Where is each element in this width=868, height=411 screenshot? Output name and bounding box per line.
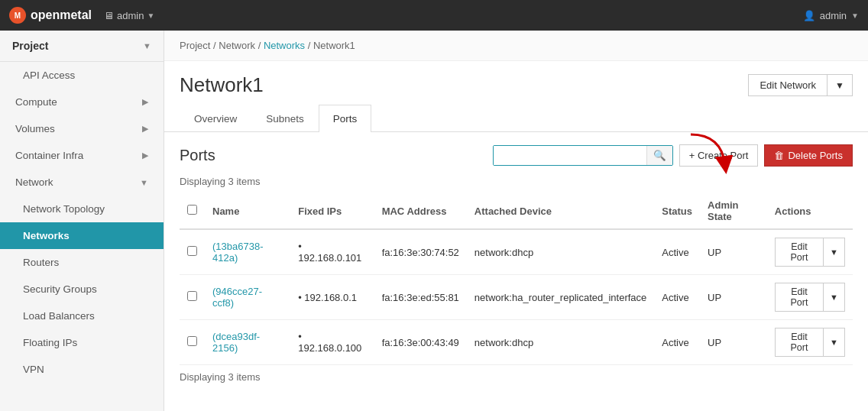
user-icon: 👤 [803, 10, 815, 21]
row1-checkbox[interactable] [187, 246, 197, 256]
col-status: Status [654, 193, 700, 229]
search-box: 🔍 [493, 145, 673, 166]
row1-edit-dropdown-button[interactable]: ▼ [823, 238, 845, 267]
edit-network-dropdown-button[interactable]: ▼ [827, 74, 853, 96]
chevron-down-icon-network: ▼ [140, 178, 148, 187]
delete-label: Delete Ports [788, 150, 843, 161]
sidebar-item-floating-ips[interactable]: Floating IPs [0, 329, 164, 356]
row1-name-link[interactable]: (13ba6738-412a) [212, 241, 264, 264]
breadcrumb-networks[interactable]: Networks [264, 40, 305, 51]
breadcrumb-network1: Network1 [313, 40, 355, 51]
brand-name: openmetal [31, 8, 92, 22]
sidebar-item-compute[interactable]: Compute ▶ [0, 89, 164, 115]
chevron-right-icon: ▶ [142, 97, 148, 107]
tab-ports[interactable]: Ports [319, 105, 372, 132]
chevron-down-icon: ▼ [147, 11, 154, 20]
breadcrumb-sep2: / [258, 40, 264, 51]
table-info-bottom: Displaying 3 items [180, 371, 853, 383]
tabs: Overview Subnets Ports [164, 105, 868, 132]
col-checkbox [180, 193, 205, 229]
row2-actions: Edit Port ▼ [767, 275, 853, 320]
sidebar-project[interactable]: Project ▼ [0, 31, 164, 62]
sidebar-item-routers[interactable]: Routers [0, 249, 164, 276]
row1-fixed-ips: • 192.168.0.101 [290, 229, 374, 275]
breadcrumb-project[interactable]: Project [180, 40, 210, 51]
row1-attached-device: network:dhcp [467, 229, 654, 275]
main-content: Project / Network / Networks / Network1 … [164, 31, 868, 411]
search-button[interactable]: 🔍 [646, 146, 672, 165]
sidebar-item-label: VPN [23, 364, 44, 375]
table-info-top: Displaying 3 items [180, 176, 853, 187]
edit-network-btn-group: Edit Network ▼ [748, 74, 853, 96]
sidebar-item-vpn[interactable]: VPN [0, 356, 164, 383]
row3-name: (dcea93df-2156) [205, 320, 290, 365]
edit-network-button[interactable]: Edit Network [748, 74, 827, 96]
row1-status: Active [654, 229, 700, 275]
sidebar-item-api-access[interactable]: API Access [0, 62, 164, 89]
sidebar-item-network-topology[interactable]: Network Topology [0, 196, 164, 222]
sidebar-item-label: Network Topology [23, 203, 105, 215]
sidebar-item-label: Volumes [15, 123, 55, 134]
row2-admin-state: UP [700, 275, 767, 320]
row3-actions: Edit Port ▼ [767, 320, 853, 365]
sidebar-item-label: Routers [23, 257, 59, 268]
sidebar-item-load-balancers[interactable]: Load Balancers [0, 303, 164, 329]
row2-checkbox[interactable] [187, 291, 197, 301]
col-mac-address: MAC Address [374, 193, 467, 229]
page-header: Network1 Edit Network ▼ [164, 61, 868, 105]
sidebar-item-network[interactable]: Network ▼ [0, 169, 164, 196]
row3-checkbox-cell [180, 320, 205, 365]
row2-edit-port-button[interactable]: Edit Port [775, 283, 823, 312]
tab-subnets-label: Subnets [266, 113, 304, 125]
row3-fixed-ips: • 192.168.0.100 [290, 320, 374, 365]
sidebar: Project ▼ API Access Compute ▶ Volumes ▶… [0, 31, 164, 411]
col-actions: Actions [767, 193, 853, 229]
row2-checkbox-cell [180, 275, 205, 320]
brand: M openmetal [9, 7, 92, 24]
sidebar-item-label: Load Balancers [23, 310, 95, 322]
create-port-button[interactable]: + Create Port [679, 144, 759, 167]
tab-overview-label: Overview [194, 113, 237, 125]
navbar: M openmetal 🖥 admin ▼ 👤 admin ▼ [0, 0, 868, 31]
sidebar-item-label: API Access [23, 70, 75, 81]
row3-name-link[interactable]: (dcea93df-2156) [212, 331, 260, 354]
tab-ports-label: Ports [333, 113, 358, 125]
tab-subnets[interactable]: Subnets [251, 105, 319, 132]
row2-edit-btn-group: Edit Port ▼ [775, 283, 845, 312]
sidebar-item-networks[interactable]: Networks [0, 222, 164, 249]
search-input[interactable] [494, 146, 646, 165]
row1-checkbox-cell [180, 229, 205, 275]
row3-edit-port-button[interactable]: Edit Port [775, 328, 823, 357]
table-header-row: Name Fixed IPs MAC Address Attached Devi… [180, 193, 853, 229]
ports-table: Name Fixed IPs MAC Address Attached Devi… [180, 193, 853, 365]
delete-ports-button[interactable]: 🗑 Delete Ports [764, 144, 853, 167]
row2-fixed-ips: • 192.168.0.1 [290, 275, 374, 320]
tab-overview[interactable]: Overview [180, 105, 251, 132]
table-row: (13ba6738-412a) • 192.168.0.101 fa:16:3e… [180, 229, 853, 275]
breadcrumb-network[interactable]: Network [219, 40, 255, 51]
row2-name-link[interactable]: (946cce27-ccf8) [212, 286, 262, 309]
sidebar-item-volumes[interactable]: Volumes ▶ [0, 115, 164, 142]
row2-name: (946cce27-ccf8) [205, 275, 290, 320]
row3-checkbox[interactable] [187, 336, 197, 346]
sidebar-item-label: Container Infra [15, 150, 83, 161]
row3-attached-device: network:dhcp [467, 320, 654, 365]
row3-edit-btn-group: Edit Port ▼ [775, 328, 845, 357]
row3-mac: fa:16:3e:00:43:49 [374, 320, 467, 365]
content-area: Ports 🔍 + Create Port 🗑 Delete Ports [164, 132, 868, 401]
row2-edit-dropdown-button[interactable]: ▼ [823, 283, 845, 312]
row1-edit-port-button[interactable]: Edit Port [775, 238, 823, 267]
admin-project-dropdown[interactable]: 🖥 admin ▼ [104, 10, 154, 21]
sidebar-item-security-groups[interactable]: Security Groups [0, 276, 164, 303]
breadcrumb-sep3: / [308, 40, 313, 51]
row1-edit-btn-group: Edit Port ▼ [775, 238, 845, 267]
row1-name: (13ba6738-412a) [205, 229, 290, 275]
row1-admin-state: UP [700, 229, 767, 275]
sidebar-item-container-infra[interactable]: Container Infra ▶ [0, 142, 164, 169]
row3-edit-dropdown-button[interactable]: ▼ [823, 328, 845, 357]
sidebar-item-label: Networks [23, 230, 70, 241]
col-admin-state: Admin State [700, 193, 767, 229]
admin-user-label[interactable]: admin [820, 10, 847, 21]
select-all-checkbox[interactable] [187, 205, 197, 215]
chevron-down-icon-user: ▼ [851, 11, 859, 20]
